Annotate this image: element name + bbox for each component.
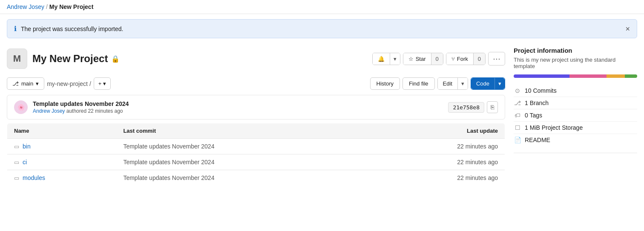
file-name-cell: ▭ bin [7, 139, 117, 154]
commits-icon: ⊙ [514, 87, 521, 94]
notifications-button[interactable]: 🔔 [373, 53, 390, 65]
breadcrumb-separator: / [46, 3, 48, 10]
col-last-update: Last update [372, 123, 505, 139]
tags-icon: 🏷 [514, 112, 521, 119]
star-button[interactable]: ☆ Star [403, 53, 431, 65]
file-name-link[interactable]: ▭ ci [14, 159, 109, 165]
star-icon: ☆ [408, 56, 414, 62]
header-actions: 🔔 ▾ ☆ Star 0 ⑂ Fork [372, 52, 505, 66]
alert-close-button[interactable]: × [625, 25, 630, 33]
storage-icon: ☐ [514, 124, 521, 131]
main-content: M My New Project 🔒 🔔 ▾ ☆ Star [0, 43, 644, 193]
path-segment: my-new-project [47, 80, 88, 87]
fork-button[interactable]: ⑂ Fork [446, 53, 473, 65]
project-info-title: Project information [514, 47, 637, 54]
tags-label: 0 Tags [525, 112, 542, 119]
language-bar-segment [569, 74, 607, 78]
breadcrumb: Andrew Josey / My New Project [0, 0, 644, 14]
add-chevron-icon: ▾ [103, 80, 106, 87]
last-update-cell: 22 minutes ago [372, 170, 505, 186]
commits-label: 10 Commits [525, 87, 557, 94]
commit-hash-area: 21e758e8 ⎘ [448, 101, 498, 113]
code-button[interactable]: Code [471, 78, 494, 89]
table-header-row: Name Last commit Last update [7, 123, 505, 139]
commit-avatar: 🌸 [14, 100, 28, 114]
readme-icon: 📄 [514, 137, 521, 143]
alert-banner: ℹ The project was successfully imported.… [7, 19, 637, 38]
last-commit-link[interactable]: Template updates November 2024 [123, 159, 214, 165]
folder-icon: ▭ [14, 143, 19, 150]
language-bar-segment [625, 74, 637, 78]
last-commit-link[interactable]: Template updates November 2024 [123, 174, 214, 181]
commit-author-link[interactable]: Andrew Josey [33, 108, 65, 114]
plus-icon: + [98, 80, 102, 87]
branch-label: 1 Branch [525, 100, 549, 106]
project-title: My New Project [32, 53, 108, 65]
language-bar-segment [607, 74, 625, 78]
commit-meta: Andrew Josey authored 22 minutes ago [33, 108, 443, 114]
last-commit-link[interactable]: Template updates November 2024 [123, 143, 214, 150]
edit-dropdown-button[interactable]: ▾ [458, 78, 468, 89]
project-avatar: M [7, 48, 27, 69]
commit-hash: 21e758e8 [448, 102, 484, 113]
table-row: ▭ bin Template updates November 2024 22 … [7, 139, 505, 154]
history-button[interactable]: History [370, 77, 400, 90]
last-commit-cell: Template updates November 2024 [116, 139, 372, 154]
file-name-text: modules [23, 174, 45, 181]
fork-icon: ⑂ [451, 56, 455, 62]
path-separator: / [89, 80, 91, 87]
project-header: M My New Project 🔒 🔔 ▾ ☆ Star [7, 43, 505, 74]
storage-label: 1 MiB Project Storage [525, 124, 583, 131]
fork-label: Fork [457, 56, 468, 62]
readme-row: 📄 README [514, 134, 637, 146]
branch-icon: ⎇ [12, 80, 19, 87]
alert-message: The project was successfully imported. [21, 26, 123, 32]
last-commit-cell: Template updates November 2024 [116, 170, 372, 186]
project-title-area: My New Project 🔒 [32, 53, 367, 65]
code-group: Code ▾ [471, 77, 505, 90]
language-bar [514, 74, 637, 78]
file-name-link[interactable]: ▭ bin [14, 143, 109, 150]
info-icon: ℹ [14, 25, 17, 33]
language-bar-segment [514, 74, 569, 78]
col-last-commit: Last commit [116, 123, 372, 139]
breadcrumb-parent[interactable]: Andrew Josey [7, 3, 44, 10]
stat-row-commits[interactable]: ⊙ 10 Commits [514, 85, 637, 97]
code-dropdown-button[interactable]: ▾ [494, 78, 505, 89]
branch-selector-button[interactable]: ⎇ main ▾ [7, 77, 44, 90]
file-name-cell: ▭ modules [7, 170, 117, 186]
sidebar: Project information This is my new proje… [514, 43, 637, 186]
branch-icon: ⎇ [514, 100, 521, 106]
commit-message: Template updates November 2024 [33, 100, 443, 107]
fork-count[interactable]: 0 [473, 53, 485, 65]
last-update-cell: 22 minutes ago [372, 154, 505, 170]
star-count[interactable]: 0 [431, 53, 443, 65]
stat-row-tags[interactable]: 🏷 0 Tags [514, 109, 637, 122]
file-name-text: ci [23, 159, 27, 165]
commit-info: Template updates November 2024 Andrew Jo… [33, 100, 443, 114]
branch-chevron-icon: ▾ [36, 80, 39, 87]
project-info-desc: This is my new project using the standar… [514, 57, 637, 69]
repo-area: M My New Project 🔒 🔔 ▾ ☆ Star [7, 43, 505, 186]
notifications-dropdown-button[interactable]: ▾ [390, 53, 400, 65]
table-row: ▭ ci Template updates November 2024 22 m… [7, 154, 505, 170]
file-name-text: bin [23, 143, 31, 150]
file-name-cell: ▭ ci [7, 154, 117, 170]
edit-group: Edit ▾ [437, 77, 468, 90]
stat-row-storage[interactable]: ☐ 1 MiB Project Storage [514, 122, 637, 134]
more-button[interactable]: ⋯ [488, 52, 505, 66]
toolbar-right-actions: History Find file Edit ▾ Code ▾ [370, 77, 505, 90]
breadcrumb-current: My New Project [49, 3, 93, 10]
add-file-button[interactable]: + ▾ [94, 77, 111, 90]
file-name-link[interactable]: ▭ modules [14, 174, 109, 181]
copy-hash-button[interactable]: ⎘ [487, 101, 498, 113]
readme-label: README [525, 137, 550, 143]
file-path-breadcrumb: my-new-project / [47, 80, 91, 87]
lock-icon: 🔒 [111, 55, 120, 63]
find-file-button[interactable]: Find file [402, 77, 435, 90]
stat-row-branch[interactable]: ⎇ 1 Branch [514, 97, 637, 109]
stats-list: ⊙ 10 Commits ⎇ 1 Branch 🏷 0 Tags ☐ 1 MiB… [514, 85, 637, 134]
notifications-group: 🔔 ▾ [372, 53, 400, 65]
edit-button[interactable]: Edit [438, 78, 457, 89]
commit-bar: 🌸 Template updates November 2024 Andrew … [7, 95, 505, 120]
